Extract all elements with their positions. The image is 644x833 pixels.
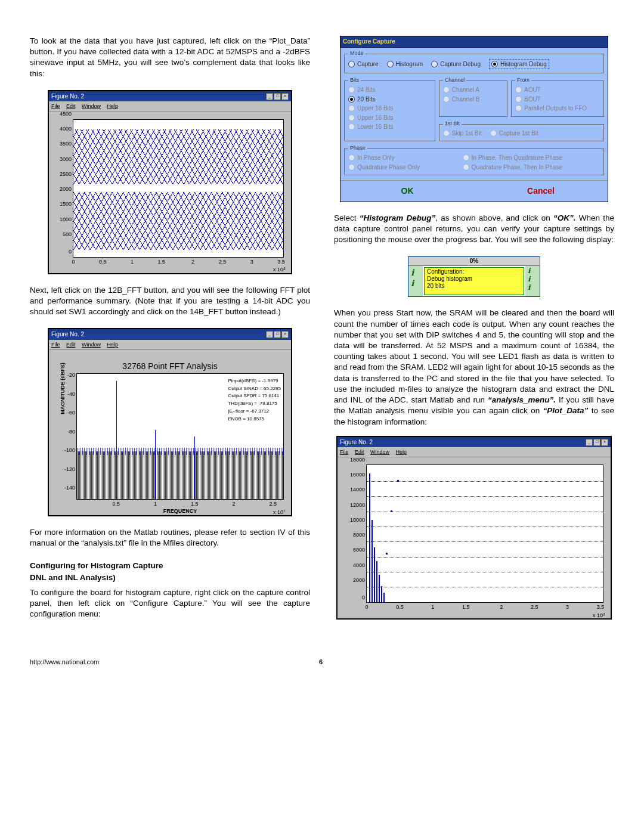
ytick: 4500 [60,110,73,117]
radio-label: Quadrature Phase Only [357,163,420,172]
menu-file[interactable]: File [340,449,349,455]
cancel-button[interactable]: Cancel [474,181,608,202]
radio-quad-only[interactable]: Quadrature Phase Only [348,163,463,172]
radio-label: Capture 1st Bit [499,129,538,138]
radio-label: 20 Bits [357,95,376,104]
menubar[interactable]: File Edit Window Help [49,340,291,350]
menu-window[interactable]: Window [82,342,101,348]
text-em: “analysis_menu”. [488,395,556,404]
close-icon[interactable]: × [281,331,289,338]
xtick: 3.5 [277,257,285,265]
minimize-icon[interactable]: _ [266,93,273,100]
minimize-icon[interactable]: _ [266,331,273,338]
hist-bar [374,547,375,602]
tooltip-line: Configuration: [427,268,521,275]
group-label: From [515,76,531,83]
menubar[interactable]: File Edit Window Help [49,101,291,112]
radio-histogram[interactable]: Histogram [387,59,423,70]
text-em: “Plot_Data” [543,406,589,415]
dialog-title: Configure Capture [340,36,608,48]
xtick: 1 [154,499,157,507]
ytick: 2000 [60,185,73,193]
radio-channel-a[interactable]: Channel A [443,86,503,94]
signal-upper [73,129,283,184]
radio-parallel[interactable]: Parallel Outputs to FFO [515,104,600,113]
page-number: 6 [319,658,323,667]
xtick: 0 [72,257,75,265]
menu-edit[interactable]: Edit [66,103,76,109]
minimize-icon[interactable]: _ [586,439,593,446]
ok-button[interactable]: OK [340,181,474,202]
xtick: 1.5 [158,257,166,265]
radio-inphase-only[interactable]: In Phase Only [348,154,463,162]
menu-edit[interactable]: Edit [66,342,76,348]
figure-3: Figure No. 2 _□× File Edit Window Help [336,436,612,620]
group-phase: Phase In Phase Only Quadrature Phase Onl… [344,148,604,175]
ytick: 3500 [60,140,73,147]
ytick: 1000 [60,216,73,223]
xtick: 2.5 [219,257,227,265]
progress-tooltip: 0% ℹℹ Configuration: Debug histogram 20 … [408,256,540,298]
radio-capture-first[interactable]: Capture 1st Bit [490,129,538,138]
menu-window[interactable]: Window [370,449,389,455]
group-first-bit: 1st Bit Skip 1st Bit Capture 1st Bit [439,124,604,142]
plot-title: 32768 Point FFT Analysis [56,357,284,373]
xtick: 2 [191,257,194,265]
hist-bar [369,473,370,602]
radio-label: In Phase, Then Quadrature Phase [472,154,562,162]
info-icon: ℹℹ [408,266,423,297]
menu-help[interactable]: Help [396,449,407,455]
radio-lower16[interactable]: Lower 16 Bits [348,123,431,131]
radio-label: Upper 18 Bits [357,104,394,113]
paragraph: When you press Start now, the SRAM will … [334,308,614,427]
group-label: Mode [348,49,366,57]
xtick: 0.5 [112,499,120,507]
ytick: 10000 [350,516,367,524]
harmonic-peak [194,436,195,499]
radio-skip-first[interactable]: Skip 1st Bit [443,129,482,138]
svg-text:ℹ: ℹ [528,275,531,283]
plot-axes-fft: MAGNITUDE (dBFS) FREQUENCY Pinput(dBFS) … [76,373,284,500]
menu-window[interactable]: Window [82,103,101,109]
xtick: 2.5 [269,499,277,507]
ytick: -140 [64,484,77,491]
radio-20bits[interactable]: 20 Bits [348,95,431,104]
maximize-icon[interactable]: □ [274,331,281,338]
radio-quad-then-inphase[interactable]: Quadrature Phase, Then In Phase [463,163,600,172]
maximize-icon[interactable]: □ [274,93,281,100]
radio-label: Histogram [396,60,423,69]
menu-help[interactable]: Help [107,342,119,348]
radio-24bits[interactable]: 24 Bits [348,86,431,94]
radio-aout[interactable]: AOUT [515,86,600,94]
hist-bar [371,520,373,602]
radio-histogram-debug[interactable]: Histogram Debug [489,59,549,70]
ylabel: MAGNITUDE (dBFS) [59,363,66,414]
ytick: -20 [67,371,77,379]
close-icon[interactable]: × [281,93,289,100]
group-label: Phase [348,144,367,151]
ytick: 4000 [60,125,73,132]
close-icon[interactable]: × [601,439,608,446]
radio-upper16[interactable]: Upper 16 Bits [348,114,431,122]
xtick: 3 [566,602,569,611]
menu-edit[interactable]: Edit [355,449,364,455]
ytick: 6000 [353,546,367,553]
radio-channel-b[interactable]: Channel B [443,95,503,104]
xtick: 3 [250,257,253,265]
menu-file[interactable]: File [51,103,60,109]
svg-text:ℹ: ℹ [411,278,415,288]
radio-bout[interactable]: BOUT [515,95,600,104]
menu-file[interactable]: File [51,342,60,348]
maximize-icon[interactable]: □ [593,439,600,446]
radio-upper18[interactable]: Upper 18 Bits [348,104,431,113]
xtick: 2 [232,499,235,507]
menubar[interactable]: File Edit Window Help [338,447,611,457]
window-controls: _ □ × [266,93,289,100]
ytick: 2500 [60,171,73,178]
tooltip-text: Configuration: Debug histogram 20 bits [424,267,524,296]
window-title: Figure No. 2 [51,330,84,339]
radio-capture-debug[interactable]: Capture Debug [431,59,481,70]
menu-help[interactable]: Help [107,103,119,109]
radio-inphase-then-quad[interactable]: In Phase, Then Quadrature Phase [463,154,600,162]
radio-capture[interactable]: Capture [348,59,379,70]
